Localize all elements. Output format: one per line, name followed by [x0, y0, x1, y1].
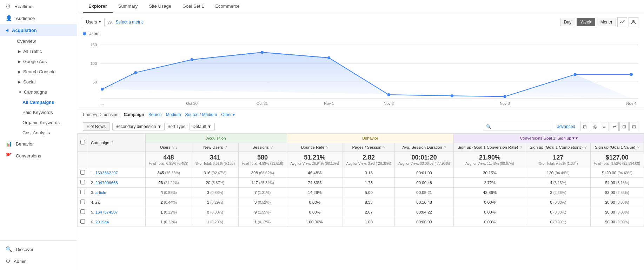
row-campaign-cell: 2. 2047009668	[88, 178, 146, 188]
primary-dim-source-medium[interactable]: Source / Medium	[185, 112, 217, 117]
circle-view-btn[interactable]: ◎	[590, 122, 599, 131]
advanced-link[interactable]: advanced	[557, 124, 575, 129]
row-sessions: 398 (68.62%)	[238, 168, 287, 178]
sidebar-item-admin[interactable]: ⚙ Admin	[0, 255, 77, 267]
sidebar-item-search-console[interactable]: ▶ Search Console	[13, 67, 77, 77]
row-checkbox-cell[interactable]	[78, 207, 88, 217]
row-checkbox-cell[interactable]	[78, 197, 88, 207]
campaign-link[interactable]: 1647574507	[95, 210, 118, 214]
metric-dropdown[interactable]: Users ▼	[83, 18, 105, 26]
sidebar-item-behavior[interactable]: 📊 Behavior	[0, 138, 77, 150]
tab-summary[interactable]: Summary	[113, 0, 144, 13]
sidebar-item-all-traffic[interactable]: ▶ All Traffic	[13, 46, 77, 56]
row-checkbox[interactable]	[80, 180, 85, 184]
sidebar-item-paid-keywords[interactable]: Paid Keywords	[18, 107, 77, 117]
time-btn-week[interactable]: Week	[577, 18, 595, 26]
sidebar-item-social[interactable]: ▶ Social	[13, 77, 77, 87]
signup-value-pct: (2.36%)	[616, 190, 629, 195]
row-signup-rate: 42.86%	[454, 188, 526, 197]
sidebar-item-organic-keywords[interactable]: Organic Keywords	[18, 117, 77, 128]
svg-point-11	[191, 58, 193, 61]
campaign-link[interactable]: article	[95, 190, 106, 195]
sidebar-item-cost-analysis[interactable]: Cost Analysis	[18, 128, 77, 138]
time-btn-day[interactable]: Day	[560, 18, 575, 26]
sidebar-item-campaigns[interactable]: ▼ Campaigns	[13, 87, 77, 97]
avg-session-help-icon[interactable]: ?	[444, 145, 446, 149]
users-value: 345	[157, 171, 164, 175]
sidebar-item-discover[interactable]: 🔍 Discover	[0, 243, 77, 255]
users-pct: (21.24%)	[164, 181, 179, 185]
sort-default-label: Default	[193, 124, 206, 129]
tab-explorer[interactable]: Explorer	[83, 0, 113, 13]
campaign-help-icon[interactable]: ?	[111, 141, 113, 145]
campaign-link[interactable]: 1593362297	[95, 171, 118, 175]
row-pages-session: 1.73	[343, 178, 395, 188]
sidebar-item-all-campaigns[interactable]: All Campaigns	[18, 97, 77, 107]
arrow-icon: ▼	[18, 90, 22, 94]
line-chart-icon-btn[interactable]	[617, 17, 627, 27]
list-view-btn[interactable]: ≡	[600, 122, 609, 131]
new-users-help-icon[interactable]: ?	[225, 145, 227, 149]
secondary-dim-dropdown[interactable]: Secondary dimension ▼	[112, 123, 165, 130]
person-icon-btn[interactable]	[629, 17, 638, 27]
sidebar-item-audience[interactable]: 👤 Audience	[0, 12, 77, 24]
totals-checkbox-cell	[78, 152, 88, 168]
sidebar-item-overview[interactable]: Overview	[13, 36, 77, 46]
time-btn-month[interactable]: Month	[597, 18, 616, 26]
users-sort-icon[interactable]: ↓	[175, 146, 177, 149]
users-pct: (0.22%)	[164, 220, 177, 224]
arrow-icon: ▶	[18, 80, 21, 84]
sidebar-item-realtime[interactable]: ⏱ Realtime	[0, 1, 77, 12]
goal-dropdown-caret[interactable]: ▾	[576, 136, 578, 140]
tab-ecommerce[interactable]: Ecommerce	[210, 0, 245, 13]
row-checkbox-cell[interactable]	[78, 188, 88, 197]
sidebar-item-google-ads[interactable]: ▶ Google Ads	[13, 56, 77, 67]
row-checkbox[interactable]	[80, 209, 85, 214]
campaign-link[interactable]: 2019q4	[95, 220, 109, 224]
table-view-btn[interactable]: ⊟	[629, 122, 638, 131]
row-checkbox[interactable]	[80, 190, 85, 194]
tab-goal-set-1[interactable]: Goal Set 1	[177, 0, 210, 13]
select-all-checkbox[interactable]	[80, 140, 85, 144]
row-checkbox[interactable]	[80, 219, 85, 224]
header-checkbox[interactable]	[78, 134, 88, 152]
primary-dim-source[interactable]: Source	[148, 112, 162, 117]
compare-view-btn[interactable]: ⇌	[610, 122, 619, 131]
svg-point-15	[451, 94, 453, 97]
grid-view-btn[interactable]: ⊞	[580, 122, 589, 131]
row-new-users: 316 (92.67%)	[192, 168, 238, 178]
signup-rate-help-icon[interactable]: ?	[520, 145, 522, 149]
pages-session-help-icon[interactable]: ?	[383, 145, 385, 149]
primary-dim-campaign[interactable]: Campaign	[124, 112, 144, 117]
row-checkbox-cell[interactable]	[78, 217, 88, 227]
sessions-help-icon[interactable]: ?	[271, 145, 273, 149]
svg-point-12	[261, 51, 264, 54]
vs-label: vs.	[107, 20, 113, 25]
bounce-rate-help-icon[interactable]: ?	[326, 145, 328, 149]
tab-site-usage[interactable]: Site Usage	[143, 0, 177, 13]
sidebar-item-conversions[interactable]: 🚩 Conversions	[0, 150, 77, 162]
primary-dim-other[interactable]: Other ▾	[221, 112, 235, 117]
row-checkbox[interactable]	[80, 200, 85, 204]
primary-dim-medium[interactable]: Medium	[166, 112, 181, 117]
pivot-view-btn[interactable]: ⊡	[619, 122, 629, 131]
campaign-link[interactable]: 2047009668	[95, 181, 118, 185]
new-users-pct: (0.00%)	[210, 210, 223, 214]
users-help-icon[interactable]: ?	[172, 145, 174, 149]
row-avg-session: 00:04:22	[395, 207, 454, 217]
search-input[interactable]	[493, 124, 549, 129]
row-checkbox[interactable]	[80, 170, 85, 175]
sidebar-item-acquisition[interactable]: ◂ Acquisition	[0, 24, 77, 36]
sort-type-dropdown[interactable]: Default ▼	[190, 123, 215, 130]
row-checkbox-cell[interactable]	[78, 168, 88, 178]
signup-completions-help-icon[interactable]: ?	[584, 145, 586, 149]
select-metric[interactable]: Select a metric	[116, 20, 144, 25]
header-bounce-rate: Bounce Rate ?	[287, 143, 343, 152]
svg-text:Nov 3: Nov 3	[500, 101, 510, 105]
plot-rows-button[interactable]: Plot Rows	[83, 122, 109, 131]
row-users: 4 (0.88%)	[145, 188, 192, 197]
row-checkbox-cell[interactable]	[78, 178, 88, 188]
table-container: Campaign ? Acquisition Behavior Conversi…	[77, 133, 644, 227]
totals-users: 448 % of Total: 6.91% (6,483)	[145, 152, 192, 168]
signup-value-help-icon[interactable]: ?	[637, 145, 639, 149]
